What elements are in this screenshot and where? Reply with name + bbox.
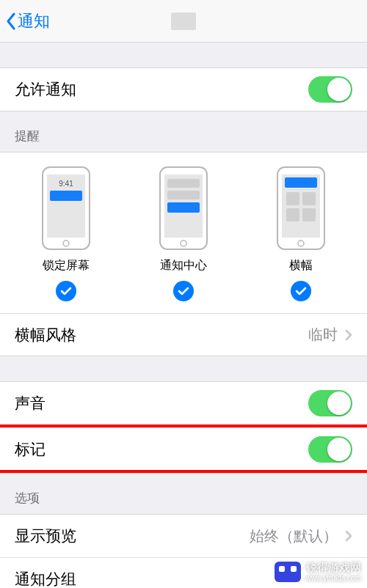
allow-notifications-row: 允许通知 [0, 68, 367, 111]
svg-rect-9 [167, 202, 200, 213]
badge-row: 标记 [0, 427, 367, 470]
chevron-right-icon [345, 329, 352, 341]
alert-style-label: 锁定屏幕 [43, 258, 90, 273]
chevron-right-icon [345, 530, 352, 542]
watermark-name: 锐得游戏网 [306, 562, 361, 574]
svg-rect-17 [302, 208, 316, 221]
alert-style-check [291, 281, 311, 301]
spacer [0, 356, 367, 381]
alerts-group: 9:41 锁定屏幕 通知中心 [0, 152, 367, 356]
chevron-left-icon [6, 12, 16, 30]
badge-label: 标记 [15, 439, 46, 460]
banner-style-label: 横幅风格 [15, 325, 76, 345]
allow-notifications-group: 允许通知 [0, 67, 367, 111]
watermark: 锐得游戏网 www.ytruida.com [275, 562, 361, 582]
alert-style-banners[interactable]: 横幅 [242, 166, 360, 301]
svg-rect-14 [286, 192, 299, 205]
sound-label: 声音 [15, 393, 46, 414]
svg-text:9:41: 9:41 [59, 180, 73, 188]
highlight-annotation: 标记 [0, 425, 367, 473]
banners-icon [276, 166, 326, 251]
banner-style-row[interactable]: 横幅风格 临时 [0, 313, 367, 356]
svg-rect-8 [167, 191, 200, 199]
watermark-logo-icon [275, 562, 301, 582]
allow-notifications-toggle[interactable] [308, 76, 352, 103]
sound-toggle[interactable] [308, 390, 352, 416]
watermark-url: www.ytruida.com [305, 574, 361, 582]
svg-rect-7 [167, 179, 200, 188]
nav-header: 通知 [0, 0, 367, 43]
show-preview-label: 显示预览 [15, 526, 76, 546]
svg-rect-3 [50, 191, 82, 201]
banner-style-value: 临时 [308, 325, 352, 345]
svg-rect-13 [285, 177, 317, 188]
sound-row: 声音 [0, 382, 367, 425]
alert-style-label: 通知中心 [160, 258, 207, 273]
allow-notifications-label: 允许通知 [15, 79, 76, 100]
show-preview-row[interactable]: 显示预览 始终（默认） [0, 515, 367, 557]
notification-grouping-label: 通知分组 [15, 569, 76, 589]
checkmark-icon [178, 287, 189, 295]
alerts-section-header: 提醒 [0, 111, 367, 152]
alert-style-notification-center[interactable]: 通知中心 [125, 166, 242, 301]
back-button[interactable]: 通知 [6, 10, 50, 32]
svg-rect-15 [302, 192, 316, 205]
show-preview-value: 始终（默认） [250, 526, 352, 546]
badge-toggle[interactable] [308, 436, 352, 463]
header-title-blurred [171, 12, 196, 30]
spacer [0, 43, 367, 67]
options-section-header: 选项 [0, 474, 367, 514]
lock-screen-icon: 9:41 [41, 166, 91, 251]
back-label: 通知 [18, 10, 50, 32]
checkmark-icon [295, 287, 307, 295]
alert-style-label: 横幅 [289, 258, 313, 273]
sound-badge-group: 声音 标记 [0, 381, 367, 474]
alert-style-lock-screen[interactable]: 9:41 锁定屏幕 [7, 166, 125, 301]
alert-style-check [173, 281, 194, 301]
alert-style-check [56, 281, 76, 301]
notification-center-icon [159, 166, 208, 251]
alert-styles-row: 9:41 锁定屏幕 通知中心 [0, 152, 367, 313]
svg-rect-16 [286, 208, 299, 221]
checkmark-icon [60, 287, 72, 295]
